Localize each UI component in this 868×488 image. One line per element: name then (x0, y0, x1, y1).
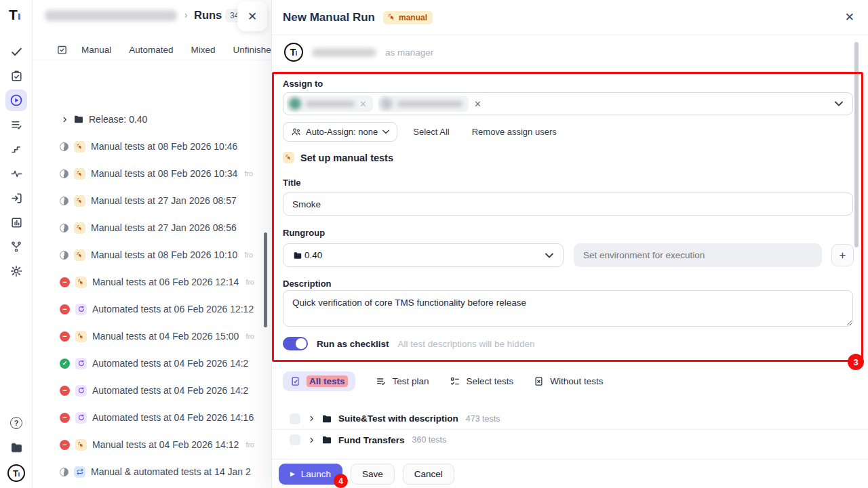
run-kind-icon (74, 222, 85, 234)
user-avatar[interactable]: T (5, 462, 27, 484)
assign-to-multiselect[interactable]: ✕ ✕ (283, 92, 853, 115)
steps-icon[interactable] (5, 138, 27, 160)
report-icon[interactable] (5, 211, 27, 233)
breadcrumb-separator: › (184, 9, 188, 20)
run-kind-icon (75, 304, 87, 315)
title-input[interactable] (283, 192, 853, 216)
modal-close-icon[interactable]: ✕ (845, 10, 854, 24)
run-suffix: fro (245, 332, 254, 340)
check-icon[interactable] (5, 41, 27, 62)
sidebar-rail: T ? T (0, 0, 33, 488)
tree-checkbox[interactable] (290, 413, 300, 424)
tab-without-tests[interactable]: Without tests (534, 376, 603, 386)
runs-tab-unfinished[interactable]: Unfinished (233, 45, 277, 55)
description-textarea[interactable] (283, 290, 853, 327)
play-icon: ▶ (290, 470, 295, 477)
checklist-toggle-row: Run as checklist All test descriptions w… (283, 337, 534, 350)
remove-assign-users-button[interactable]: Remove assign users (472, 127, 557, 137)
chevron-right-icon[interactable] (308, 415, 315, 422)
run-label: Manual tests at 08 Feb 2026 10:34 (91, 168, 237, 179)
cancel-button[interactable]: Cancel (403, 464, 454, 485)
title-label: Title (283, 178, 301, 188)
run-as-checklist-toggle[interactable] (283, 337, 308, 350)
run-status-icon: − (60, 277, 70, 287)
annotation-step-3: 3 (848, 354, 864, 370)
launch-button[interactable]: ▶ Launch (279, 464, 342, 485)
tab-all-tests[interactable]: All tests (283, 371, 355, 391)
run-label: Manual tests at 04 Feb 2026 15:00 (92, 331, 239, 342)
app-logo[interactable]: T (9, 7, 20, 23)
auto-assign-dropdown[interactable]: Auto-Assign: none (283, 122, 397, 142)
chevron-right-icon[interactable] (308, 436, 315, 444)
run-list-item[interactable]: − Manual tests at 04 Feb 2026 14:12 fro (33, 431, 271, 458)
manual-type-badge: manual (383, 11, 433, 24)
run-status-icon (60, 142, 68, 151)
run-folder-item[interactable]: Release: 0.40 (33, 106, 271, 133)
run-kind-icon (75, 358, 87, 369)
list-check-icon[interactable] (5, 114, 27, 136)
branch-icon[interactable] (5, 236, 27, 258)
run-list-item[interactable]: Manual tests at 08 Feb 2026 10:34 fro (33, 160, 271, 187)
clipboard-check-icon[interactable] (5, 65, 27, 87)
project-name-blurred[interactable] (45, 10, 177, 21)
suite-name: Fund Transfers (338, 435, 405, 445)
doc-check-icon (290, 376, 300, 386)
rungroup-select[interactable]: 0.40 (283, 243, 564, 267)
run-list-item[interactable]: − Automated tests at 06 Feb 2026 12:12 (33, 296, 271, 323)
manual-cursor-icon (283, 152, 294, 163)
runs-view-icon[interactable] (56, 44, 68, 56)
folder-label: Release: 0.40 (89, 114, 147, 125)
runs-header: › Runs 342 ✕ (33, 0, 271, 33)
run-list-item[interactable]: Manual tests at 27 Jan 2026 08:56 (33, 214, 271, 241)
run-list-item[interactable]: − Manual tests at 06 Feb 2026 12:14 fro (33, 268, 271, 296)
play-circle-icon[interactable] (5, 89, 27, 111)
runs-tab-manual[interactable]: Manual (81, 45, 111, 55)
breadcrumb[interactable]: Runs (194, 9, 222, 22)
panel-close-button[interactable]: ✕ (237, 1, 267, 31)
manager-row: T as manager (284, 43, 433, 62)
settings-icon[interactable] (5, 260, 27, 282)
run-list-item[interactable]: Manual tests at 08 Feb 2026 10:10 fro (33, 241, 271, 268)
description-label: Description (283, 279, 332, 289)
run-label: Automated tests at 04 Feb 2026 14:2 (92, 385, 248, 396)
tab-select-tests[interactable]: Select tests (450, 376, 514, 387)
manager-avatar: T (284, 43, 303, 62)
run-label: Automated tests at 06 Feb 2026 12:12 (92, 304, 254, 314)
run-list-item[interactable]: Manual tests at 08 Feb 2026 10:46 (33, 133, 271, 160)
run-list-item[interactable]: − Automated tests at 04 Feb 2026 14:2 (33, 377, 271, 404)
remove-assignee-icon[interactable]: ✕ (474, 99, 481, 109)
environment-input[interactable] (574, 243, 822, 267)
select-all-button[interactable]: Select All (413, 127, 449, 137)
run-kind-icon (75, 412, 87, 424)
runs-tab-mixed[interactable]: Mixed (191, 45, 216, 55)
modal-scrollbar[interactable] (854, 42, 859, 247)
annotation-step-4: 4 (334, 474, 348, 488)
projects-folder-icon[interactable] (5, 436, 27, 458)
run-label: Manual tests at 06 Feb 2026 12:14 (92, 277, 239, 287)
checklist-hint: All test descriptions will be hidden (398, 339, 535, 349)
run-list-item[interactable]: − Manual tests at 04 Feb 2026 15:00 fro (33, 323, 271, 350)
runs-scrollbar[interactable] (264, 232, 267, 327)
tab-test-plan[interactable]: Test plan (376, 376, 429, 387)
remove-assignee-icon[interactable]: ✕ (359, 99, 367, 109)
run-list-item[interactable]: Manual tests at 27 Jan 2026 08:57 (33, 187, 271, 214)
save-button[interactable]: Save (351, 464, 395, 485)
tree-row[interactable]: Suite&Test with description 473 tests (272, 408, 868, 429)
chevron-right-icon[interactable] (61, 116, 68, 123)
assignee-avatar (380, 98, 393, 110)
run-list-item[interactable]: − Automated tests at 04 Feb 2026 14:16 (33, 404, 271, 431)
activity-icon[interactable] (5, 163, 27, 184)
tree-row[interactable]: Fund Transfers 360 tests (272, 429, 868, 450)
add-environment-button[interactable]: + (831, 244, 854, 266)
run-list-item[interactable]: ✓ Automated tests at 04 Feb 2026 14:2 (33, 350, 271, 377)
run-status-icon: − (60, 440, 70, 450)
run-list-item[interactable]: Manual & automated tests at 14 Jan 2 (33, 458, 271, 485)
run-label: Automated tests at 04 Feb 2026 14:16 (92, 412, 254, 423)
import-icon[interactable] (5, 187, 27, 209)
test-selection-tabs: All tests Test plan Select tests Without… (283, 371, 603, 391)
chevron-down-icon[interactable] (835, 101, 843, 106)
help-icon[interactable]: ? (5, 412, 27, 434)
tree-checkbox[interactable] (290, 434, 300, 445)
folder-icon (321, 413, 332, 424)
runs-tab-automated[interactable]: Automated (129, 45, 173, 55)
